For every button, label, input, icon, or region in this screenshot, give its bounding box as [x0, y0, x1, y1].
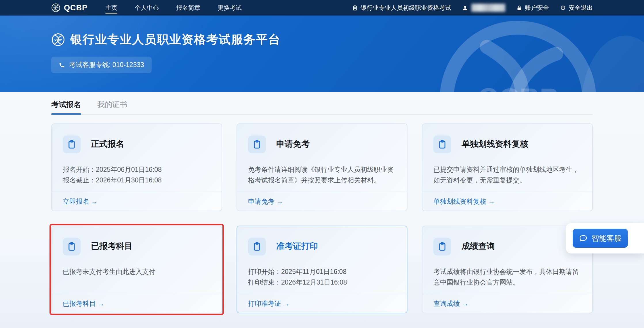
main-content: 考试报名 我的证书 正式报名 报名开始：2025年06月01日16:08 [0, 92, 644, 328]
svg-text:QCBP: QCBP [54, 38, 62, 41]
lock-icon [516, 5, 522, 11]
card-body: 已提交申请资料并通过审核的单独划线地区考生，如无资料变更，无需重复提交。 [433, 164, 581, 186]
current-exam-label: 银行业专业人员初级职业资格考试 [361, 4, 451, 12]
card-icon-box [248, 238, 266, 255]
registered-subjects-description: 已报考未支付考生由此进入支付 [63, 266, 211, 277]
svg-text:QCBP: QCBP [53, 7, 58, 9]
registration-start-date: 报名开始：2025年06月01日16:08 [63, 164, 211, 175]
tab-my-certificates[interactable]: 我的证书 [97, 100, 127, 114]
svg-text:QCBP: QCBP [478, 82, 558, 92]
nav-item-switch-exam[interactable]: 更换考试 [218, 0, 242, 16]
card-footer: 立即报名 → [52, 192, 222, 211]
tab-exam-registration[interactable]: 考试报名 [51, 100, 81, 114]
card-body: 考试成绩将由银行业协会统一发布，具体日期请留意中国银行业协会官方网站。 [433, 266, 581, 288]
top-navbar: QCBP QCBP 主页 个人中心 报名简章 更换考试 银行业专业人员初级职业资… [0, 0, 644, 16]
nav-item-personal-center[interactable]: 个人中心 [135, 0, 159, 16]
card-title: 申请免考 [276, 138, 310, 150]
service-widget-panel: 智能客服 [566, 223, 644, 253]
clipboard-icon [352, 5, 358, 11]
clipboard-icon [67, 140, 77, 149]
hero-banner: QCBP QCBP 银行业专业人员职业资格考试服务平台 考试客服专线: 010-… [0, 16, 644, 92]
apply-exemption-link[interactable]: 申请免考 → [248, 197, 283, 206]
query-score-link[interactable]: 查询成绩 → [433, 299, 468, 308]
phone-icon [59, 62, 65, 68]
card-icon-box [248, 136, 266, 153]
card-body: 打印开始：2025年11月01日16:08 打印结束：2026年12月31日16… [248, 266, 396, 288]
brand-logo[interactable]: QCBP QCBP [51, 3, 87, 12]
card-icon-box [63, 238, 81, 255]
logout-label: 安全退出 [569, 4, 593, 12]
print-admission-ticket-link[interactable]: 打印准考证 → [248, 299, 289, 308]
card-footer: 已报考科目 → [52, 294, 222, 313]
separate-line-review-link[interactable]: 单独划线资料复核 → [433, 197, 495, 206]
user-name-blurred [471, 4, 505, 12]
hotline-badge: 考试客服专线: 010-12333 [51, 57, 152, 73]
user-chip[interactable] [462, 4, 505, 12]
card-footer: 申请免考 → [237, 192, 407, 211]
card-grid: 正式报名 报名开始：2025年06月01日16:08 报名截止：2026年01月… [51, 123, 593, 313]
card-footer: 打印准考证 → [237, 294, 407, 313]
card-separate-line-review[interactable]: 单独划线资料复核 已提交申请资料并通过审核的单独划线地区考生，如无资料变更，无需… [422, 123, 593, 211]
page-title: 银行业专业人员职业资格考试服务平台 [70, 32, 281, 47]
card-body: 免考条件请详细阅读《银行业专业人员初级职业资格考试报名简章》并按照要求上传相关材… [248, 164, 396, 186]
print-start-date: 打印开始：2025年11月01日16:08 [248, 266, 396, 277]
clipboard-icon [437, 140, 447, 149]
card-body: 报名开始：2025年06月01日16:08 报名截止：2026年01月30日16… [63, 164, 211, 186]
clipboard-icon [437, 242, 447, 251]
card-icon-box [433, 238, 451, 255]
exemption-description: 免考条件请详细阅读《银行业专业人员初级职业资格考试报名简章》并按照要求上传相关材… [248, 164, 396, 186]
nav-right: 银行业专业人员初级职业资格考试 账户安全 安全退出 [352, 4, 593, 12]
nav-item-registration-guide[interactable]: 报名简章 [176, 0, 200, 16]
clipboard-icon [67, 242, 77, 251]
card-title: 正式报名 [91, 138, 124, 150]
card-title: 已报考科目 [91, 241, 133, 252]
print-end-date: 打印结束：2026年12月31日16:08 [248, 277, 396, 288]
qcbp-emblem-icon: QCBP [51, 3, 60, 12]
card-footer: 查询成绩 → [422, 294, 592, 313]
card-title: 成绩查询 [462, 241, 495, 252]
account-security-label: 账户安全 [525, 4, 549, 12]
card-admission-ticket-print[interactable]: 准考证打印 打印开始：2025年11月01日16:08 打印结束：2026年12… [237, 226, 407, 313]
score-query-description: 考试成绩将由银行业协会统一发布，具体日期请留意中国银行业协会官方网站。 [433, 266, 581, 288]
smart-customer-service-button[interactable]: 智能客服 [573, 229, 628, 248]
hotline-text: 考试客服专线: 010-12333 [69, 60, 144, 69]
review-description: 已提交申请资料并通过审核的单独划线地区考生，如无资料变更，无需重复提交。 [433, 164, 581, 186]
account-security-button[interactable]: 账户安全 [516, 4, 549, 12]
logout-button[interactable]: 安全退出 [560, 4, 593, 12]
current-exam-chip[interactable]: 银行业专业人员初级职业资格考试 [352, 4, 451, 12]
registration-end-date: 报名截止：2026年01月30日16:08 [63, 175, 211, 186]
smart-customer-service-label: 智能客服 [592, 233, 622, 243]
card-title: 准考证打印 [276, 241, 318, 252]
platform-emblem-icon: QCBP [51, 33, 65, 47]
nav-menu: 主页 个人中心 报名简章 更换考试 [105, 0, 242, 16]
card-body: 已报考未支付考生由此进入支付 [63, 266, 211, 277]
card-exemption-application[interactable]: 申请免考 免考条件请详细阅读《银行业专业人员初级职业资格考试报名简章》并按照要求… [237, 123, 407, 211]
chat-bubble-icon [579, 234, 588, 243]
brand-name: QCBP [64, 3, 87, 12]
registered-subjects-link[interactable]: 已报考科目 → [63, 299, 104, 308]
card-icon-box [433, 136, 451, 153]
register-now-link[interactable]: 立即报名 → [63, 197, 98, 206]
power-icon [560, 5, 566, 11]
card-icon-box [63, 136, 81, 153]
card-footer: 单独划线资料复核 → [422, 192, 592, 211]
card-formal-registration[interactable]: 正式报名 报名开始：2025年06月01日16:08 报名截止：2026年01月… [51, 123, 222, 211]
nav-item-home[interactable]: 主页 [105, 0, 117, 16]
card-title: 单独划线资料复核 [462, 138, 528, 150]
clipboard-icon [252, 242, 262, 251]
tab-bar: 考试报名 我的证书 [51, 92, 593, 115]
user-icon [462, 5, 468, 11]
clipboard-icon [252, 140, 262, 149]
card-registered-subjects[interactable]: 已报考科目 已报考未支付考生由此进入支付 已报考科目 → [51, 226, 222, 313]
